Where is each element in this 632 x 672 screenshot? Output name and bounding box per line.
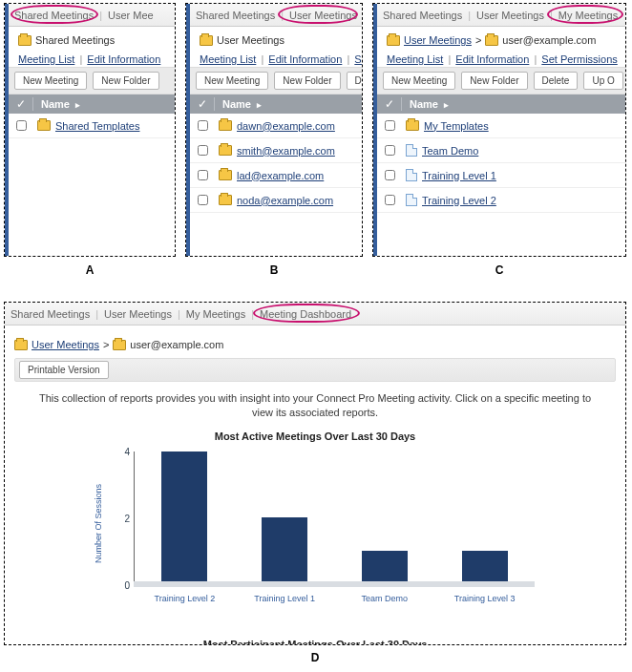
row-checkbox-cell [377, 145, 402, 156]
folder-icon [200, 35, 213, 46]
tab-user-meetings[interactable]: User Mee [108, 10, 154, 21]
tab-separator: | [251, 308, 254, 320]
row-link[interactable]: lad@example.com [237, 170, 324, 181]
bar[interactable] [362, 551, 408, 584]
new-folder-button[interactable]: New Folder [274, 72, 340, 90]
row-checkbox-cell [190, 170, 215, 180]
row-link[interactable]: noda@example.com [237, 195, 333, 206]
select-all-checkbox[interactable] [190, 97, 215, 111]
bar[interactable] [161, 452, 207, 584]
action-separator: | [77, 53, 84, 65]
row-link[interactable]: dawn@example.com [237, 120, 335, 132]
toolbar-strip: Printable Version [14, 358, 616, 382]
col-name[interactable]: Name [41, 98, 70, 110]
up-button[interactable]: Up O [583, 72, 622, 90]
tab-my-meetings[interactable]: My Meetings [186, 308, 245, 320]
row-checkbox[interactable] [385, 120, 395, 131]
folder-icon [37, 120, 51, 131]
tab-meeting-dashboard[interactable]: Meeting Dashboard [260, 308, 351, 320]
row-checkbox[interactable] [385, 195, 395, 205]
row-checkbox[interactable] [198, 170, 208, 180]
tab-my-meetings[interactable]: My Meetings [558, 10, 618, 21]
select-all-checkbox[interactable] [377, 97, 402, 111]
tab-separator: | [550, 10, 553, 21]
new-meeting-button[interactable]: New Meeting [383, 72, 455, 90]
action-meeting-list[interactable]: Meeting List [18, 53, 74, 65]
action-set-permissions[interactable]: Set Permissions [541, 53, 617, 65]
folder-icon [14, 340, 28, 350]
y-tick: 0 [115, 580, 130, 591]
action-edit-information[interactable]: Edit Information [455, 53, 529, 65]
table-row: Team Demo [377, 138, 625, 163]
bar-cell: Training Level 2 [135, 452, 235, 584]
new-folder-button[interactable]: New Folder [461, 72, 527, 90]
row-link[interactable]: smith@example.com [237, 145, 335, 157]
button-row: New Meeting New Folder [9, 67, 175, 94]
row-checkbox[interactable] [198, 195, 208, 205]
action-meeting-list[interactable]: Meeting List [200, 53, 256, 65]
panel-label-a: A [4, 263, 176, 277]
tab-shared-meetings[interactable]: Shared Meetings [14, 10, 94, 21]
delete-button[interactable]: Delete [534, 72, 579, 90]
crumb-link-1[interactable]: User Meetings [32, 339, 99, 350]
panel-b: Shared Meetings | User Meetings User Mee… [185, 3, 363, 257]
delete-button[interactable]: D [347, 72, 363, 90]
table-row: dawn@example.com [190, 114, 362, 138]
tab-shared-meetings[interactable]: Shared Meetings [196, 10, 275, 21]
tab-user-meetings[interactable]: User Meetings [476, 10, 544, 21]
panel-a: Shared Meetings | User Mee Shared Meetin… [4, 3, 176, 257]
row-checkbox[interactable] [385, 170, 395, 180]
row-link[interactable]: Team Demo [422, 145, 478, 157]
x-tick-label: Training Level 3 [434, 594, 535, 603]
bar-chart: Number Of Sessions 024 Training Level 2T… [95, 452, 535, 614]
table-row: My Templates [377, 114, 625, 138]
column-header[interactable]: Name▸ [377, 94, 625, 114]
tab-separator: | [95, 308, 98, 320]
row-link[interactable]: Shared Templates [55, 120, 139, 132]
row-checkbox-cell [377, 195, 402, 205]
sort-icon: ▸ [75, 100, 80, 110]
row-checkbox-cell [190, 195, 215, 205]
row-checkbox-cell [377, 170, 402, 180]
document-icon [406, 169, 417, 181]
row-checkbox[interactable] [198, 120, 208, 131]
row-checkbox[interactable] [16, 120, 27, 131]
tab-user-meetings[interactable]: User Meetings [289, 10, 357, 21]
panel-label-c: C [372, 263, 626, 277]
action-edit-information[interactable]: Edit Information [87, 53, 160, 65]
col-name[interactable]: Name [410, 98, 438, 110]
row-link[interactable]: Training Level 2 [422, 195, 496, 206]
action-edit-information[interactable]: Edit Information [268, 53, 342, 65]
action-meeting-list[interactable]: Meeting List [387, 53, 443, 65]
bar[interactable] [462, 551, 508, 584]
column-header[interactable]: Name▸ [190, 94, 362, 114]
crumb-separator: > [475, 34, 481, 46]
row-link[interactable]: Training Level 1 [422, 170, 496, 181]
new-meeting-button[interactable]: New Meeting [196, 72, 268, 90]
tab-shared-meetings[interactable]: Shared Meetings [11, 308, 90, 320]
x-tick-label: Training Level 1 [235, 594, 335, 603]
row-checkbox[interactable] [198, 145, 208, 156]
printable-version-button[interactable]: Printable Version [19, 361, 109, 379]
sort-icon: ▸ [257, 100, 262, 110]
tab-shared-meetings[interactable]: Shared Meetings [383, 10, 462, 21]
table-row: Shared Templates [9, 114, 175, 138]
col-name[interactable]: Name [222, 98, 251, 110]
document-icon [406, 144, 417, 157]
tab-user-meetings[interactable]: User Meetings [104, 308, 172, 320]
bar[interactable] [262, 517, 307, 584]
row-checkbox[interactable] [385, 145, 395, 156]
sort-icon: ▸ [444, 100, 449, 110]
y-axis-label: Number Of Sessions [94, 461, 107, 585]
new-meeting-button[interactable]: New Meeting [14, 72, 87, 90]
column-header[interactable]: Name▸ [9, 94, 175, 114]
tabs-d: Shared Meetings | User Meetings | My Mee… [5, 303, 625, 326]
row-checkbox-cell [9, 120, 33, 131]
select-all-checkbox[interactable] [9, 97, 33, 111]
row-link[interactable]: My Templates [424, 120, 489, 132]
crumb-link-1[interactable]: User Meetings [404, 34, 472, 46]
new-folder-button[interactable]: New Folder [93, 72, 158, 90]
action-set-permissions[interactable]: Set [354, 53, 362, 65]
breadcrumb: Shared Meetings [9, 27, 175, 50]
folder-icon [219, 195, 232, 205]
